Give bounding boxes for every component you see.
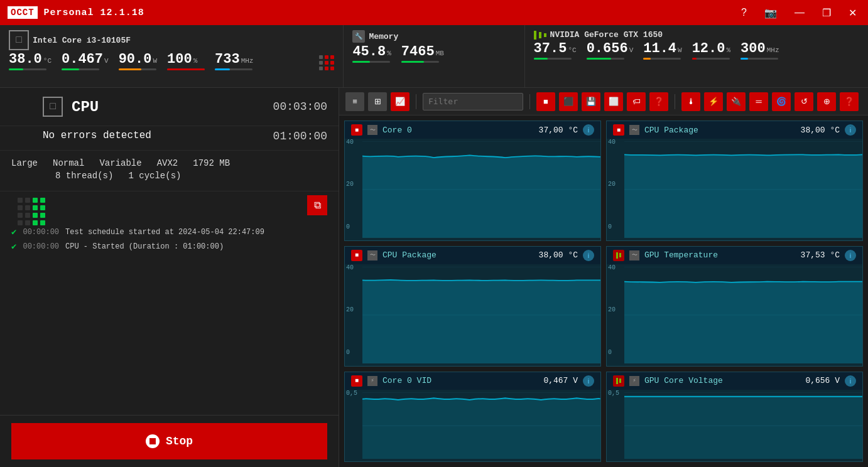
toolbar-plus-btn[interactable]: ⊕ [817, 92, 836, 111]
chart-cpu-package-1: ■ 〜 CPU Package 38,00 °C i 40 20 0 [606, 121, 863, 241]
toolbar-help-btn[interactable]: ❓ [649, 92, 668, 111]
toolbar-monitor2-btn[interactable]: ⬛ [559, 92, 578, 111]
gpu-voltage-stat: 0.656 V [587, 42, 634, 60]
chart-core0-svg [362, 141, 600, 238]
chart-gpu-temp-header: 〜 GPU Temperature 37,53 °C i [607, 247, 862, 264]
toolbar-temp-btn[interactable]: 🌡 [681, 92, 700, 111]
chart-gpu-core-voltage: ⚡ GPU Core Voltage 0,656 V i 0,5 [606, 372, 863, 462]
chart-cpu-pkg-1-svg [624, 141, 862, 238]
stop-icon [146, 434, 160, 448]
memory-icon-sm: 🔧 [352, 30, 365, 43]
gpu-temp-value: 37.5 [534, 42, 567, 56]
gpu-voltage-unit: V [629, 46, 634, 54]
cpu-freq-bar-fill [215, 68, 230, 70]
chart-gpu-core-voltage-name: GPU Core Voltage [644, 376, 800, 385]
cpu-freq-value: 733 [215, 53, 240, 67]
gpu-power-unit: W [678, 46, 682, 54]
toolbar-monitor-btn[interactable]: ■ [536, 92, 555, 111]
log-area: ✔ 00:00:00 Test schedule started at 2024… [0, 219, 339, 415]
chart-cpu-package-1-info[interactable]: i [845, 124, 856, 136]
chart-core0-info[interactable]: i [583, 124, 594, 136]
toolbar-refresh-btn[interactable]: ↺ [795, 92, 813, 111]
chart-cpu-package-2-info[interactable]: i [583, 250, 594, 261]
chart-wave-icon-3: 〜 [367, 250, 377, 260]
chart-cpu-pkg-2-svg [362, 267, 600, 363]
gpu-temp-stat: 37.5 °C [534, 42, 577, 60]
toolbar-chart-btn[interactable]: 📈 [391, 92, 410, 111]
chart-core0-body: 40 20 0 [345, 139, 600, 240]
chart-gpu-temp-svg [624, 267, 862, 363]
statsbar: □ Intel Core i3-10105F 38.0 °C 0.467 V [0, 25, 868, 88]
app-logo: OCCT [8, 6, 38, 19]
toolbar-power2-btn[interactable]: ⚡ [704, 92, 723, 111]
chart-gpu-core-voltage-info[interactable]: i [845, 375, 856, 387]
gpu-freq-unit: MHz [767, 46, 779, 54]
chart-core0-ylabels: 40 20 0 [346, 139, 354, 230]
toolbar-tag-btn[interactable]: 🏷 [627, 92, 646, 111]
gpu-load-bar-fill [692, 58, 697, 60]
gpu-section-title: NVIDIA GeForce GTX 1650 [534, 30, 859, 40]
gpu-power-value: 11.4 [643, 42, 676, 56]
toolbar-fan-btn[interactable]: 🌀 [772, 92, 791, 111]
cpu-voltage-value: 0.467 [62, 53, 103, 67]
screenshot-button[interactable]: 📷 [761, 6, 781, 20]
cpu-freq-unit: MHz [241, 57, 254, 65]
toolbar-eq-btn[interactable]: ═ [749, 92, 768, 111]
chart-cpu-package-2: ■ 〜 CPU Package 38,00 °C i 40 20 0 [344, 246, 601, 367]
memory-usage-bar [352, 61, 390, 63]
param-large: Large [11, 158, 38, 168]
toolbar-grid-btn[interactable]: ⊞ [368, 92, 387, 111]
titlebar: OCCT Personal 12.1.18 ? 📷 — ❐ ✕ [0, 0, 868, 25]
cpu-voltage-bar [62, 68, 99, 70]
memory-usage-stat: 45.8 % [352, 45, 391, 63]
stop-btn-container: Stop [0, 415, 339, 467]
toolbar-save-btn[interactable]: 💾 [582, 92, 600, 111]
close-button[interactable]: ✕ [845, 6, 860, 20]
gpu-voltage-bar [587, 58, 624, 60]
gpu-freq-value: 300 [741, 42, 766, 56]
chart-cpu-package-2-value: 38,00 °C [539, 250, 578, 260]
gpu-freq-bar [741, 58, 778, 60]
chart-core0-vid-value: 0,467 V [543, 376, 578, 385]
chart-cpu-package-2-name: CPU Package [382, 250, 534, 260]
log-time-2: 00:00:00 [23, 242, 59, 251]
cpu-stats-section: □ Intel Core i3-10105F 38.0 °C 0.467 V [0, 25, 344, 87]
copy-button[interactable]: ⧉ [307, 195, 327, 215]
cpu-test-name: CPU [72, 99, 264, 115]
chart-core0-vid-info[interactable]: i [583, 375, 594, 387]
toolbar-blank-btn[interactable]: ⬜ [604, 92, 623, 111]
chart-gpu-temp-info[interactable]: i [845, 250, 856, 261]
stop-button[interactable]: Stop [11, 423, 327, 459]
chart-gpu-core-voltage-value: 0,656 V [805, 376, 840, 385]
toolbar-help2-btn[interactable]: ❓ [840, 92, 859, 111]
cpu-grid-btn[interactable] [319, 55, 334, 70]
toolbar-plug-btn[interactable]: 🔌 [727, 92, 746, 111]
stop-square [149, 438, 156, 444]
cpu-temp-bar [9, 68, 46, 70]
gpu-temp-bar [534, 58, 572, 60]
log-time-1: 00:00:00 [23, 228, 59, 237]
chart-gpu-temp: 〜 GPU Temperature 37,53 °C i 40 20 0 [606, 246, 863, 367]
total-time: 01:00:00 [273, 130, 327, 142]
cpu-power-bar-fill [119, 68, 141, 70]
filter-input[interactable] [423, 93, 523, 110]
memory-amount-stat: 7465 MB [401, 45, 444, 63]
maximize-button[interactable]: ❐ [818, 6, 835, 20]
gpu-stats-section: NVIDIA GeForce GTX 1650 37.5 °C 0.656 V [525, 25, 868, 87]
help-button[interactable]: ? [737, 6, 751, 19]
param-threads: 8 thread(s) [55, 171, 113, 181]
cpu-power-value: 90.0 [119, 53, 152, 67]
toolbar-list-btn[interactable]: ≡ [345, 92, 364, 111]
memory-usage-value: 45.8 [352, 45, 386, 59]
titlebar-controls: ? 📷 — ❐ ✕ [737, 6, 860, 20]
toolbar-sep-2 [529, 94, 530, 109]
cpu-load-bar-fill [167, 68, 205, 70]
chart-gpu-volt-icon [613, 375, 624, 387]
log-msg-1: Test schedule started at 2024-05-04 22:4… [65, 228, 264, 237]
chart-core0-vid: ■ ⚡ Core 0 VID 0,467 V i 0,5 [344, 372, 601, 462]
cpu-temp-value: 38.0 [9, 53, 42, 67]
cpu-power-bar [119, 68, 156, 70]
cpu-voltage-stat: 0.467 V [62, 53, 109, 70]
minimize-button[interactable]: — [791, 6, 808, 19]
log-check-icon: ✔ [11, 227, 16, 237]
